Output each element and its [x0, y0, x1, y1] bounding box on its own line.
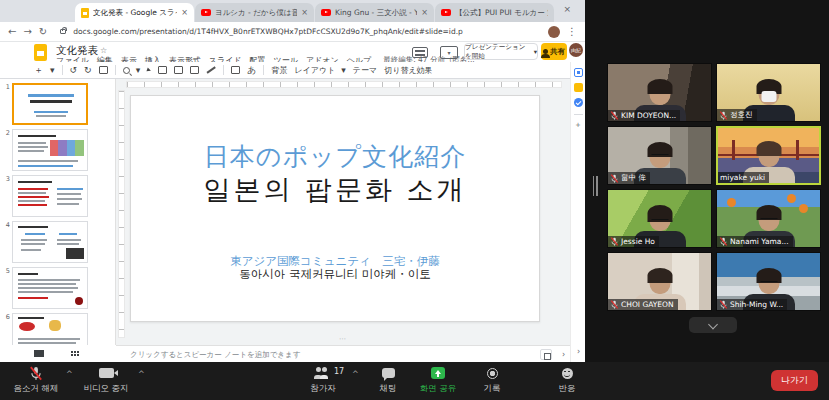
start-presentation-button[interactable]: プレゼンテーションを開始 ▾ [464, 43, 538, 60]
participant-label: miyake yuki [718, 172, 769, 183]
forward-icon[interactable]: → [23, 27, 31, 37]
video-tile[interactable]: Jessie Ho [607, 189, 712, 248]
calendar-icon[interactable] [574, 68, 583, 77]
reactions-button[interactable]: 반응 [547, 365, 587, 395]
record-button[interactable]: 기록 [472, 365, 512, 395]
url-field[interactable]: docs.google.com/presentation/d/1T4fHVX_B… [73, 27, 541, 36]
chevron-right-icon[interactable]: › [562, 350, 565, 359]
tab-youtube-molcar[interactable]: 【公式】PUI PUI モルカー 第1話 [435, 3, 554, 22]
tasks-icon[interactable] [574, 98, 583, 107]
keyboard-icon[interactable] [412, 47, 428, 58]
grid-view-icon[interactable] [70, 350, 79, 358]
slide-title-korean[interactable]: 일본의 팝문화 소개 [131, 172, 539, 208]
background-button[interactable]: 背景 [271, 65, 287, 76]
chevron-down-icon[interactable]: ▾ [50, 66, 55, 75]
video-tile[interactable]: 畠中 侔 [607, 126, 712, 185]
browser-menu-icon[interactable]: ⋮ [567, 27, 577, 37]
text-style-icon[interactable]: あ [247, 66, 256, 75]
chevron-right-icon[interactable]: › [571, 347, 586, 356]
share-screen-label: 화면 공유 [420, 383, 457, 395]
insert-image-icon[interactable] [174, 66, 183, 74]
add-addon-icon[interactable]: ＋ [571, 119, 585, 130]
print-icon[interactable] [99, 66, 108, 74]
video-tile[interactable]: 정호진 [716, 63, 821, 122]
slideshow-icon[interactable]: ▾ [440, 46, 458, 59]
star-icon[interactable]: ☆ [100, 46, 111, 55]
account-avatar[interactable]: 由紀 [569, 43, 583, 57]
muted-mic-icon [719, 111, 728, 120]
select-cursor-icon[interactable] [147, 67, 152, 72]
slide-thumbnail-6[interactable] [12, 313, 88, 345]
comment-icon[interactable] [231, 66, 240, 74]
tab-youtube-kinggnu[interactable]: King Gnu - 三文小説 - YouTube × [315, 3, 434, 22]
current-slide[interactable]: 日本のポップ文化紹介 일본의 팝문화 소개 東アジア国際コミュニティ 三宅・伊藤… [130, 95, 540, 322]
zoom-tool-icon[interactable] [123, 67, 130, 74]
google-slides-logo-icon[interactable] [34, 44, 47, 61]
leave-meeting-button[interactable]: 나가기 [771, 370, 818, 391]
slide-thumbnail-4[interactable] [12, 221, 88, 263]
zoom-toolbar: 음소거 해제 ^ 비디오 중지 ^ 17 참가자 ^ 채팅 화면 공유 [0, 362, 829, 400]
insert-shape-icon[interactable] [190, 66, 199, 74]
video-tile[interactable]: Nanami Yama... [716, 189, 821, 248]
youtube-favicon [321, 9, 331, 16]
tab-youtube-yorushika[interactable]: ヨルシカ - だから僕は音楽を辞めた × [195, 3, 314, 22]
new-slide-icon[interactable]: ＋ [34, 66, 43, 75]
filmstrip-view-icon[interactable] [34, 350, 44, 357]
chevron-down-icon[interactable]: ▾ [341, 66, 346, 75]
panel-resize-handle[interactable] [590, 176, 600, 196]
participant-name: 정호진 [730, 110, 753, 120]
notes-options-button[interactable] [540, 349, 552, 360]
layout-button[interactable]: レイアウト [294, 65, 335, 76]
theme-button[interactable]: テーマ [353, 65, 377, 76]
slide-thumbnail-3[interactable] [12, 175, 88, 217]
slide-thumbnail-1[interactable] [12, 83, 88, 125]
youtube-favicon [441, 9, 451, 16]
youtube-favicon [201, 9, 211, 16]
browser-profile-avatar[interactable] [548, 26, 560, 38]
transition-button[interactable]: 切り替え効果 [384, 65, 432, 76]
video-tile-active-speaker[interactable]: miyake yuki [716, 126, 821, 185]
slide-thumbnail-5[interactable] [12, 267, 88, 309]
chevron-down-icon[interactable]: ▾ [534, 48, 537, 56]
reload-icon[interactable]: ↻ [39, 27, 47, 37]
keep-icon[interactable] [574, 83, 583, 92]
chrome-browser-window: 文化発表 - Google スライド × ヨルシカ - だから僕は音楽を辞めた … [0, 0, 585, 362]
speaker-notes-placeholder[interactable]: クリックするとスピーカー ノートを追加できます [130, 350, 300, 360]
share-screen-button[interactable]: 화면 공유 [414, 365, 462, 395]
back-icon[interactable]: ← [8, 27, 16, 37]
chevron-up-icon[interactable]: ^ [138, 370, 145, 379]
tab-close-icon[interactable]: × [421, 8, 428, 17]
undo-icon[interactable]: ↺ [70, 66, 78, 75]
video-tile[interactable]: CHOI GAYEON [607, 252, 712, 311]
chevron-down-icon[interactable]: ▾ [136, 66, 141, 75]
tab-close-icon[interactable]: × [563, 4, 571, 14]
start-presentation-label: プレゼンテーションを開始 [465, 43, 532, 61]
slide-canvas: 日本のポップ文化紹介 일본의 팝문화 소개 東アジア国際コミュニティ 三宅・伊藤… [116, 79, 570, 345]
chevron-up-icon[interactable]: ^ [66, 370, 73, 379]
insert-line-icon[interactable] [207, 67, 216, 74]
slide-byline-korean[interactable]: 동아시아 국제커뮤니티 미야케・이토 [131, 267, 539, 282]
slide-number: 5 [2, 267, 10, 309]
video-tile[interactable]: KIM DOYEON... [607, 63, 712, 122]
person-icon [543, 49, 548, 54]
tab-slides[interactable]: 文化発表 - Google スライド × [75, 3, 194, 22]
tab-title: King Gnu - 三文小説 - YouTube [335, 8, 417, 18]
text-box-icon[interactable] [158, 66, 167, 74]
share-button[interactable]: 共有 [541, 43, 567, 60]
slide-title-japanese[interactable]: 日本のポップ文化紹介 [131, 140, 539, 173]
tab-close-icon[interactable]: × [301, 8, 308, 17]
slide-thumbnail-2[interactable] [12, 129, 88, 171]
video-tile[interactable]: Shih-Ming W... [716, 252, 821, 311]
workspace-side-panel: ＋ › [570, 62, 585, 362]
redo-icon[interactable]: ↻ [84, 66, 92, 75]
collapse-gallery-button[interactable] [689, 317, 737, 333]
participant-name: KIM DOYEON... [621, 111, 676, 120]
unmute-button[interactable]: 음소거 해제 [8, 365, 64, 395]
notes-resize-handle[interactable]: ⋯ [339, 335, 347, 343]
participants-label: 참가자 [310, 383, 336, 395]
chevron-up-icon[interactable]: ^ [352, 370, 359, 379]
chat-button[interactable]: 채팅 [368, 365, 408, 395]
stop-video-button[interactable]: 비디오 중지 [78, 365, 134, 395]
tab-close-icon[interactable]: × [181, 8, 188, 17]
participants-button[interactable]: 17 참가자 [295, 365, 351, 395]
